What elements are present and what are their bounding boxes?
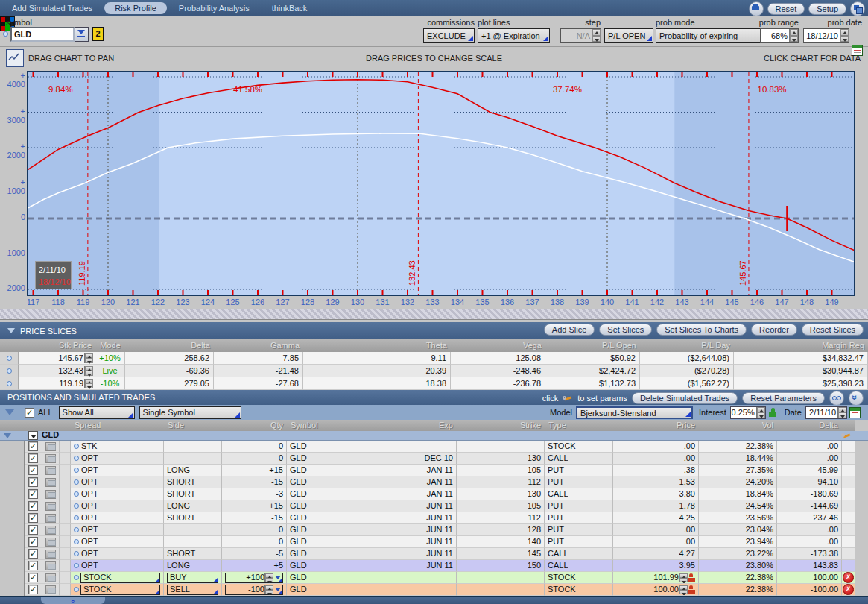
tab-add-simulated-trades[interactable]: Add Simulated Trades [1,2,103,14]
row-checkbox[interactable]: ✓ [28,561,38,570]
prob-date-up-button[interactable] [840,29,849,36]
prob-range-stepper[interactable]: 68% [760,28,799,43]
collapse-triangle-icon[interactable] [4,433,11,438]
position-row[interactable]: ✓STOCKSELL-100GLDSTOCK100.0022.38%-100.0… [0,584,855,596]
trade-date-stepper[interactable]: 2/11/10 [805,406,847,419]
chart-horizontal-scrollbar[interactable] [0,309,868,320]
down-triangle-icon[interactable] [275,588,281,591]
positions-column-header[interactable]: Side [164,420,222,431]
single-symbol-dropdown[interactable]: Single Symbol [139,406,241,419]
prob-range-down-button[interactable] [790,36,798,43]
position-row[interactable]: ✓OPTSHORT-3GLDJAN 11130CALL3.8018.84%-18… [0,488,855,500]
row-checkbox[interactable]: ✓ [28,513,38,523]
model-dropdown[interactable]: Bjerksund-Stensland [576,406,693,419]
commissions-dropdown[interactable]: EXCLUDE [423,28,475,43]
delete-trade-button[interactable]: ✗ [843,584,854,595]
show-all-dropdown[interactable]: Show All [59,406,135,419]
slice-stk-price[interactable]: 132.43 [58,365,83,377]
symbol-group-row[interactable]: GLD [0,431,868,441]
row-options-button[interactable] [45,526,56,535]
slice-price-stepper[interactable] [84,353,93,363]
positions-column-header[interactable]: Price [613,420,699,431]
row-dot[interactable] [74,456,79,461]
print-button[interactable] [749,1,764,16]
slice-dot[interactable] [7,381,12,386]
price-lock-icon[interactable] [688,573,695,582]
qty-stepper[interactable] [264,585,273,594]
row-dot[interactable] [74,479,79,485]
slices-column-header[interactable]: Gamma [214,339,303,352]
side-dropdown[interactable]: SELL [167,585,218,595]
tab-thinkback[interactable]: thinkBack [262,2,318,14]
row-checkbox[interactable]: ✓ [28,525,38,535]
position-row[interactable]: ✓STK0GLDSTOCK.0022.38%.00 [0,441,855,453]
position-row[interactable]: ✓STOCKBUY+100GLDSTOCK101.9922.38%100.00✗ [0,572,855,584]
row-dot[interactable] [74,527,79,532]
slice-dot[interactable] [7,368,12,374]
position-row[interactable]: ✓OPTLONG+15GLDJAN 11105PUT.3827.35%-45.9… [0,465,855,476]
risk-profile-chart[interactable]: 119.19132.43145.679.84%41.58%37.74%10.83… [27,71,855,296]
row-checkbox[interactable]: ✓ [28,441,38,451]
row-dot[interactable] [74,491,79,497]
slice-mode[interactable]: +10% [95,352,125,365]
symbol-count-badge[interactable]: 2 [92,27,104,41]
slice-price-stepper[interactable] [84,379,93,388]
row-options-button[interactable] [45,478,56,487]
row-dot[interactable] [74,468,79,473]
position-row[interactable]: ✓OPT0GLDJUN 11140PUT.0023.94%.00 [0,536,855,548]
slices-column-header[interactable]: Margin Req [734,339,868,352]
position-row[interactable]: ✓OPTLONG+15GLDJUN 11105PUT1.7824.54%-144… [0,500,855,512]
row-options-button[interactable] [45,502,56,511]
price-lock-icon[interactable] [688,585,695,594]
row-checkbox[interactable]: ✓ [28,537,38,547]
qty-stepper[interactable] [264,573,273,582]
row-checkbox[interactable]: ✓ [28,489,38,499]
reset-parameters-button[interactable]: Reset Parameters [742,392,825,404]
collapse-triangle-icon[interactable] [5,409,14,415]
prob-range-up-button[interactable] [790,29,798,36]
slice-mode[interactable]: -10% [95,377,125,390]
row-options-button[interactable] [45,550,56,559]
slices-column-header[interactable]: P/L Day [640,339,734,352]
row-dot[interactable] [74,587,79,592]
spread-dropdown[interactable]: STOCK [80,573,160,583]
prob-date-down-button[interactable] [840,36,849,43]
reset-button[interactable]: Reset [767,3,805,15]
positions-column-header[interactable]: Delta [777,420,842,431]
price-stepper[interactable] [679,585,688,594]
positions-column-header[interactable]: Spread [71,420,164,431]
qty-editor[interactable]: -100 [225,585,283,595]
row-dot[interactable] [74,503,79,509]
delete-simulated-trades-button[interactable]: Delete Simulated Trades [632,392,738,404]
calendar-icon[interactable] [849,407,861,418]
row-dot[interactable] [74,444,79,449]
row-options-button[interactable] [45,573,56,582]
setup-button[interactable]: Setup [808,3,846,15]
chart-plot[interactable]: 119.19132.43145.679.84%41.58%37.74%10.83… [28,72,854,295]
row-checkbox[interactable]: ✓ [28,477,38,487]
add-slice-button[interactable]: Add Slice [544,324,595,336]
row-checkbox[interactable]: ✓ [28,453,38,463]
position-row[interactable]: ✓OPT0GLDJUN 11128PUT.0023.04%.00 [0,524,855,536]
step-up-button[interactable] [592,29,601,36]
positions-column-header[interactable]: Qty [222,420,287,431]
symbol-dropdown-button[interactable] [75,27,89,42]
row-options-button[interactable] [45,466,56,475]
row-dot[interactable] [74,563,79,568]
row-options-button[interactable] [45,454,56,463]
slices-column-header[interactable]: Stk Price [19,339,95,352]
row-options-button[interactable] [45,514,56,523]
position-row[interactable]: ✓OPTSHORT-15GLDJAN 11112PUT1.5324.20%94.… [0,476,855,488]
tab-probability-analysis[interactable]: Probability Analysis [168,2,260,14]
slice-dot[interactable] [7,356,12,361]
slice-mode[interactable]: Live [95,365,125,377]
detach-button[interactable] [850,1,865,16]
interest-lock-icon[interactable] [769,408,776,417]
row-checkbox[interactable]: ✓ [28,465,38,475]
row-options-button[interactable] [45,561,56,570]
positions-column-header[interactable]: Exp [352,420,457,431]
set-slices-to-charts-button[interactable]: Set Slices To Charts [656,324,747,336]
row-options-button[interactable] [45,490,56,499]
qty-editor[interactable]: +100 [225,573,283,583]
slices-column-header[interactable]: Delta [125,339,214,352]
